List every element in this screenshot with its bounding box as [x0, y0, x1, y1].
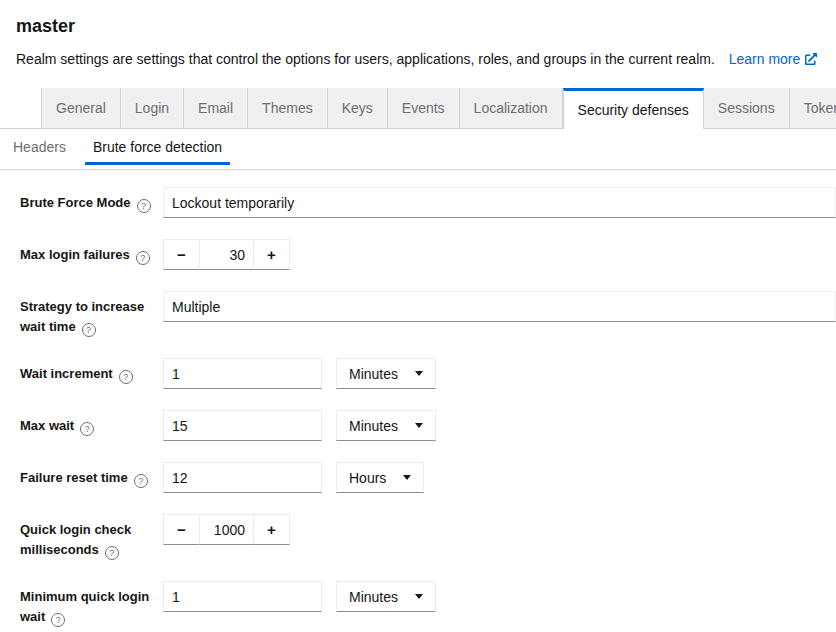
tab-localization[interactable]: Localization — [460, 88, 563, 128]
max-login-failures-input[interactable] — [200, 239, 253, 270]
help-icon[interactable]: ? — [136, 251, 150, 265]
increment-button[interactable]: + — [253, 514, 290, 545]
tab-general[interactable]: General — [41, 88, 121, 128]
selected-value: Lockout temporarily — [172, 195, 294, 211]
brute-force-detection-form: Brute Force Mode? Lockout temporarily Ma… — [0, 170, 836, 627]
field-label-text: Brute Force Mode — [20, 195, 131, 210]
tab-keys[interactable]: Keys — [328, 88, 388, 128]
field-label-text: Max login failures — [20, 247, 130, 262]
failure-reset-time-label: Failure reset time? — [20, 462, 163, 488]
caret-down-icon — [415, 423, 423, 428]
failure-reset-time-unit-select[interactable]: Hours — [336, 462, 424, 493]
security-defenses-subtabs: Headers Brute force detection — [0, 129, 836, 165]
brute-force-mode-row: Brute Force Mode? Lockout temporarily — [20, 187, 836, 218]
min-quick-login-wait-input[interactable] — [163, 581, 322, 612]
tab-login[interactable]: Login — [121, 88, 184, 128]
wait-increment-row: Wait increment? Minutes — [20, 358, 836, 389]
field-label-text: Minimum quick login wait — [20, 589, 149, 624]
wait-strategy-select[interactable]: Multiple — [163, 291, 836, 322]
unit-label: Hours — [349, 470, 386, 486]
help-icon[interactable]: ? — [51, 613, 65, 627]
failure-reset-time-input[interactable] — [163, 462, 322, 493]
subtab-brute-force-detection[interactable]: Brute force detection — [85, 129, 230, 165]
field-label-text: Failure reset time — [20, 470, 128, 485]
realm-description: Realm settings are settings that control… — [16, 51, 715, 67]
external-link-icon — [805, 53, 817, 65]
tab-email[interactable]: Email — [184, 88, 248, 128]
selected-value: Multiple — [172, 299, 220, 315]
caret-down-icon — [403, 475, 411, 480]
wait-strategy-label: Strategy to increase wait time? — [20, 291, 163, 337]
decrement-button[interactable]: − — [163, 514, 200, 545]
failure-reset-time-row: Failure reset time? Hours — [20, 462, 836, 493]
quick-login-check-label: Quick login check milliseconds? — [20, 514, 163, 560]
max-wait-label: Max wait? — [20, 410, 163, 436]
max-wait-input[interactable] — [163, 410, 322, 441]
wait-increment-label: Wait increment? — [20, 358, 163, 384]
tab-sessions[interactable]: Sessions — [704, 88, 790, 128]
caret-down-icon — [415, 594, 423, 599]
unit-label: Minutes — [349, 366, 398, 382]
help-icon[interactable]: ? — [119, 370, 133, 384]
learn-more-label: Learn more — [729, 51, 801, 67]
max-wait-unit-select[interactable]: Minutes — [336, 410, 436, 441]
tab-tokens[interactable]: Tokens — [790, 88, 836, 128]
page-title: master — [16, 16, 820, 37]
max-login-failures-row: Max login failures? − + — [20, 239, 836, 270]
quick-login-check-row: Quick login check milliseconds? − + — [20, 514, 836, 560]
wait-increment-input[interactable] — [163, 358, 322, 389]
decrement-button[interactable]: − — [163, 239, 200, 270]
tab-security-defenses[interactable]: Security defenses — [563, 88, 704, 129]
tab-events[interactable]: Events — [388, 88, 460, 128]
help-icon[interactable]: ? — [134, 474, 148, 488]
field-label-text: Wait increment — [20, 366, 113, 381]
wait-strategy-row: Strategy to increase wait time? Multiple — [20, 291, 836, 337]
wait-increment-unit-select[interactable]: Minutes — [336, 358, 436, 389]
unit-label: Minutes — [349, 418, 398, 434]
field-label-text: Max wait — [20, 418, 74, 433]
tab-themes[interactable]: Themes — [248, 88, 328, 128]
min-quick-login-wait-row: Minimum quick login wait? Minutes — [20, 581, 836, 627]
max-login-failures-label: Max login failures? — [20, 239, 163, 265]
quick-login-check-input[interactable] — [200, 514, 253, 545]
min-quick-login-wait-unit-select[interactable]: Minutes — [336, 581, 436, 612]
brute-force-mode-select[interactable]: Lockout temporarily — [163, 187, 836, 218]
quick-login-check-stepper: − + — [163, 514, 290, 545]
caret-down-icon — [415, 371, 423, 376]
realm-description-row: Realm settings are settings that control… — [16, 50, 820, 68]
unit-label: Minutes — [349, 589, 398, 605]
help-icon[interactable]: ? — [80, 422, 94, 436]
subtab-headers[interactable]: Headers — [5, 129, 74, 165]
brute-force-mode-label: Brute Force Mode? — [20, 187, 163, 213]
increment-button[interactable]: + — [253, 239, 290, 270]
realm-settings-tabs: General Login Email Themes Keys Events L… — [0, 88, 836, 129]
help-icon[interactable]: ? — [82, 323, 96, 337]
min-quick-login-wait-label: Minimum quick login wait? — [20, 581, 163, 627]
max-login-failures-stepper: − + — [163, 239, 290, 270]
help-icon[interactable]: ? — [105, 546, 119, 560]
max-wait-row: Max wait? Minutes — [20, 410, 836, 441]
help-icon[interactable]: ? — [137, 199, 151, 213]
learn-more-link[interactable]: Learn more — [729, 51, 818, 67]
